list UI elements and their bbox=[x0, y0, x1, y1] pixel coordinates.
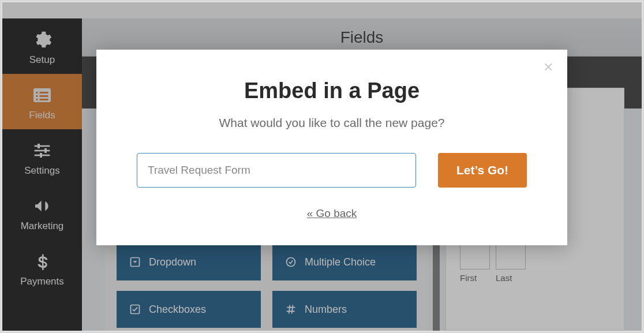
embed-modal: ✕ Embed in a Page What would you like to… bbox=[96, 50, 567, 245]
close-icon[interactable]: ✕ bbox=[543, 61, 553, 74]
go-back-link[interactable]: « Go back bbox=[119, 207, 544, 220]
app-frame: Setup Fields Settings Marketing Payments bbox=[0, 0, 644, 333]
modal-title: Embed in a Page bbox=[119, 78, 544, 103]
lets-go-button[interactable]: Let’s Go! bbox=[438, 153, 527, 188]
page-name-input[interactable] bbox=[137, 153, 416, 188]
modal-subtitle: What would you like to call the new page… bbox=[119, 116, 544, 130]
